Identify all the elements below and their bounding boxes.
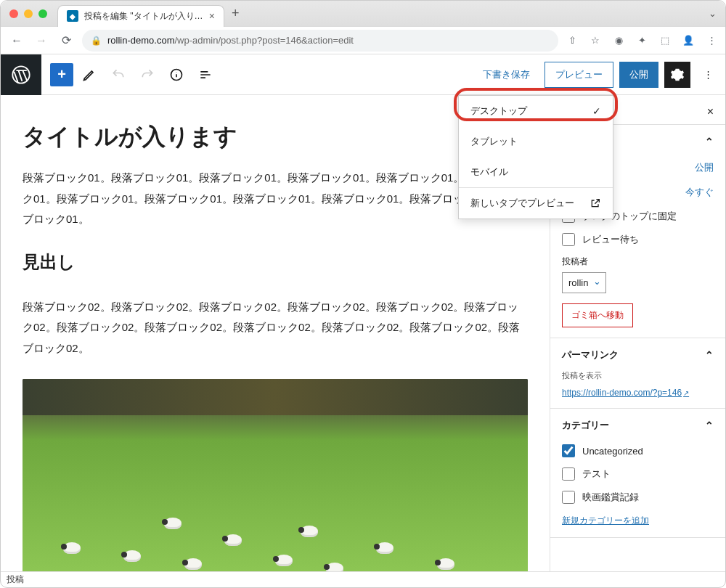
extensions-icon[interactable]: ✦ (635, 34, 648, 47)
window-minimize-icon[interactable] (24, 9, 33, 18)
checkbox-label: テスト (582, 467, 611, 481)
preview-option-label: 新しいタブでプレビュー (470, 197, 574, 210)
settings-button[interactable] (664, 62, 690, 88)
tabs-overflow-icon[interactable]: ⌄ (709, 8, 717, 19)
nav-reload-button[interactable]: ⟳ (57, 32, 75, 49)
close-sidebar-icon[interactable]: × (707, 105, 714, 118)
image-block[interactable] (23, 379, 528, 571)
category-panel-title: カテゴリー (562, 419, 609, 432)
preview-option-tablet[interactable]: タブレット (459, 126, 613, 157)
outline-button[interactable] (192, 62, 219, 88)
external-link-icon: ↗ (683, 389, 689, 397)
details-button[interactable] (163, 62, 189, 88)
chevron-up-icon[interactable] (705, 420, 714, 431)
preview-new-tab[interactable]: 新しいタブでプレビュー (459, 187, 613, 219)
checkbox-input[interactable] (562, 444, 575, 457)
check-icon: ✓ (592, 105, 601, 117)
save-draft-button[interactable]: 下書き保存 (474, 62, 539, 87)
publish-button[interactable]: 公開 (619, 62, 658, 88)
window-zoom-icon[interactable] (38, 9, 47, 18)
tab-close-icon[interactable]: × (209, 10, 215, 22)
nav-forward-button: → (33, 32, 50, 49)
bookmark-icon[interactable]: ☆ (589, 34, 602, 47)
author-select[interactable]: rollin (562, 272, 606, 293)
window-close-icon[interactable] (9, 9, 18, 18)
camera-icon[interactable]: ◉ (612, 34, 625, 47)
visibility-value[interactable]: 公開 (695, 161, 714, 174)
chevron-up-icon[interactable] (705, 349, 714, 361)
lock-icon: 🔒 (91, 36, 102, 46)
url-field[interactable]: 🔒 rollin-demo.com/wp-admin/post.php?post… (82, 30, 558, 52)
pending-review-checkbox[interactable]: レビュー待ち (562, 228, 714, 251)
browser-menu-icon[interactable]: ⋮ (705, 34, 718, 47)
edit-mode-button[interactable] (76, 62, 102, 88)
category-test[interactable]: テスト (562, 462, 714, 486)
heading-block[interactable]: 見出し (23, 250, 528, 274)
nav-back-button[interactable]: ← (8, 32, 25, 49)
add-category-link[interactable]: 新規カテゴリーを追加 (562, 515, 649, 526)
browser-addressbar: ← → ⟳ 🔒 rollin-demo.com/wp-admin/post.ph… (1, 27, 725, 54)
paragraph-block[interactable]: 段落ブロック02。段落ブロック02。段落ブロック02。段落ブロック02。段落ブロ… (23, 297, 528, 359)
author-label: 投稿者 (562, 256, 714, 268)
category-uncategorized[interactable]: Uncategorized (562, 439, 714, 462)
tab-title: 投稿を編集 "タイトルが入ります" (84, 10, 203, 23)
post-title[interactable]: タイトルが入ります (23, 121, 528, 153)
permalink-panel-title: パーマリンク (562, 348, 619, 362)
add-block-button[interactable]: + (50, 63, 73, 86)
permalink-view-label: 投稿を表示 (562, 370, 714, 381)
profile-icon[interactable]: 👤 (682, 34, 695, 47)
editor-toolbar: + 下書き保存 プレビュー 公開 ⋮ (1, 54, 725, 95)
publish-value[interactable]: 今すぐ (685, 186, 714, 199)
checkbox-input[interactable] (562, 491, 575, 504)
checkbox-label: Uncategorized (582, 446, 643, 457)
checkbox-label: レビュー待ち (582, 233, 639, 246)
chevron-up-icon[interactable] (705, 136, 714, 147)
category-movie[interactable]: 映画鑑賞記録 (562, 486, 714, 509)
more-options-button[interactable]: ⋮ (696, 62, 719, 88)
breadcrumb[interactable]: 投稿 (7, 574, 24, 584)
undo-button (105, 62, 131, 88)
browser-titlebar: ◆ 投稿を編集 "タイトルが入ります" × + ⌄ (1, 1, 725, 27)
paragraph-block[interactable]: 段落ブロック01。段落ブロック01。段落ブロック01。段落ブロック01。段落ブロ… (23, 168, 528, 230)
new-tab-button[interactable]: + (232, 6, 240, 21)
move-to-trash-button[interactable]: ゴミ箱へ移動 (562, 303, 633, 327)
preview-button[interactable]: プレビュー (544, 62, 613, 88)
share-icon[interactable]: ⇧ (566, 34, 579, 47)
permalink-url-link[interactable]: https://rollin-demo.com/?p=146↗ (562, 388, 689, 398)
preview-option-label: モバイル (470, 166, 508, 179)
preview-option-desktop[interactable]: デスクトップ ✓ (459, 96, 613, 126)
url-text: rollin-demo.com/wp-admin/post.php?post=1… (107, 35, 550, 46)
preview-dropdown: デスクトップ ✓ タブレット モバイル 新しいタブでプレビュー (458, 95, 613, 219)
checkbox-input[interactable] (562, 233, 575, 246)
favicon-icon: ◆ (67, 10, 78, 22)
checkbox-input[interactable] (562, 467, 575, 481)
external-link-icon (590, 197, 601, 209)
wordpress-logo-icon[interactable] (1, 54, 41, 95)
preview-option-label: タブレット (470, 135, 518, 148)
editor-footer: 投稿 (1, 571, 725, 587)
preview-option-label: デスクトップ (470, 105, 527, 118)
preview-option-mobile[interactable]: モバイル (459, 157, 613, 187)
download-icon[interactable]: ⬚ (658, 34, 672, 47)
browser-tab[interactable]: ◆ 投稿を編集 "タイトルが入ります" × (57, 5, 224, 27)
redo-button (134, 62, 160, 88)
checkbox-label: 映画鑑賞記録 (582, 491, 639, 504)
